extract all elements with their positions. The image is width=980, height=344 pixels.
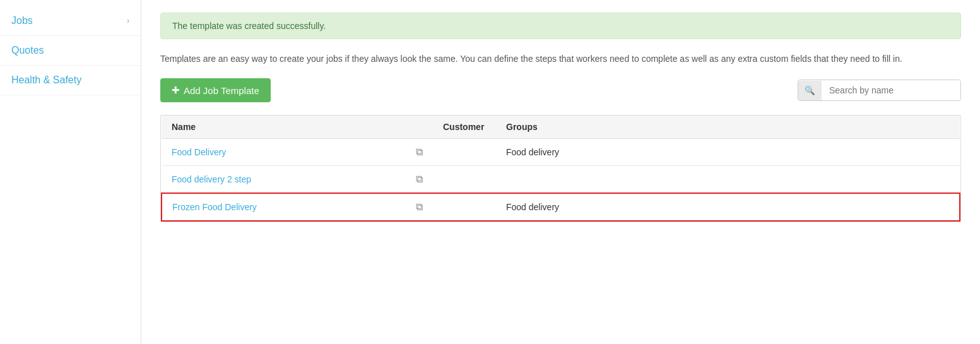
description-text: Templates are an easy way to create your… [160, 52, 961, 66]
plus-icon: ✚ [172, 85, 180, 96]
search-input[interactable] [822, 80, 960, 100]
chevron-right-icon: › [127, 16, 129, 25]
copy-icon[interactable]: ⧉ [416, 174, 423, 185]
row3-groups-cell: Food delivery [496, 193, 960, 221]
row3-customer-cell [433, 193, 496, 221]
search-icon: 🔍 [805, 86, 815, 95]
row2-name-link[interactable]: Food delivery 2 step [172, 174, 251, 184]
row2-customer-cell [433, 166, 496, 194]
toolbar: ✚ Add Job Template 🔍 [160, 78, 961, 102]
column-header-customer: Customer [433, 116, 496, 139]
sidebar-item-health-safety-label: Health & Safety [11, 74, 81, 86]
row1-groups-value: Food delivery [506, 147, 559, 157]
table-header-row: Name Customer Groups [162, 116, 960, 139]
column-header-name: Name [162, 116, 433, 139]
sidebar-item-quotes[interactable]: Quotes [0, 36, 141, 66]
row2-groups-cell [496, 166, 960, 194]
table-row: Food Delivery ⧉ Food delivery [162, 139, 960, 166]
column-header-groups: Groups [496, 116, 960, 139]
sidebar: Jobs › Quotes Health & Safety [0, 0, 141, 344]
success-banner: The template was created successfully. [160, 13, 961, 39]
sidebar-item-jobs-label: Jobs [11, 15, 33, 27]
table-row: Food delivery 2 step ⧉ [162, 166, 960, 194]
sidebar-item-health-safety[interactable]: Health & Safety [0, 66, 141, 95]
row1-name-link[interactable]: Food Delivery [172, 147, 226, 157]
success-message: The template was created successfully. [172, 21, 326, 31]
row3-name-link[interactable]: Frozen Food Delivery [172, 202, 257, 212]
row2-name-cell: Food delivery 2 step ⧉ [162, 166, 433, 194]
sidebar-item-jobs[interactable]: Jobs › [0, 6, 141, 36]
add-job-template-button[interactable]: ✚ Add Job Template [160, 78, 271, 102]
copy-icon[interactable]: ⧉ [416, 201, 423, 213]
row3-name-cell: Frozen Food Delivery ⧉ [162, 193, 433, 221]
add-button-label: Add Job Template [184, 85, 259, 96]
sidebar-item-quotes-label: Quotes [11, 45, 44, 56]
search-box: 🔍 [798, 80, 961, 101]
search-button[interactable]: 🔍 [798, 81, 822, 100]
row3-groups-value: Food delivery [506, 202, 559, 212]
main-content: The template was created successfully. T… [141, 0, 980, 344]
row1-name-cell: Food Delivery ⧉ [162, 139, 433, 166]
row1-customer-cell [433, 139, 496, 166]
row1-groups-cell: Food delivery [496, 139, 960, 166]
table-row-highlighted: Frozen Food Delivery ⧉ Food delivery [162, 193, 960, 221]
templates-table: Name Customer Groups Food Delivery [160, 115, 961, 222]
copy-icon[interactable]: ⧉ [416, 146, 423, 158]
